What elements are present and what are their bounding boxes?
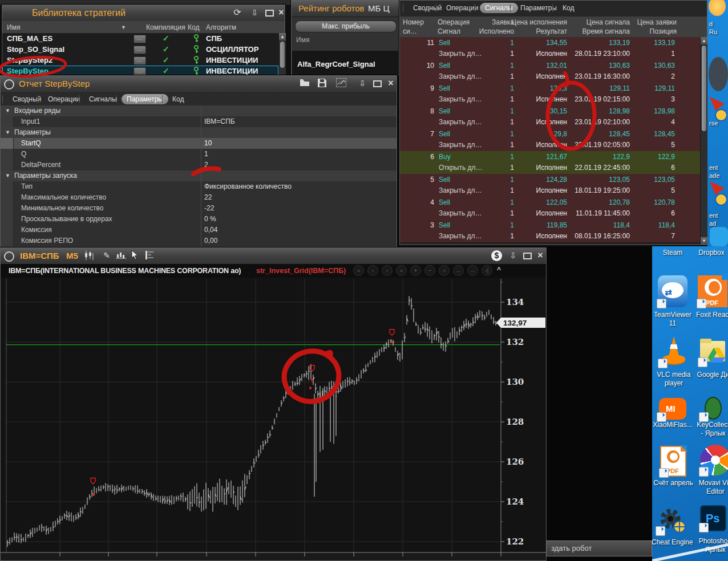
signal-row[interactable]: 6Buy1121,67122,9122,9Открыть дл…1Исполне…: [400, 151, 700, 174]
minimize-icon[interactable]: [264, 7, 275, 19]
header-1[interactable]: Номер си…: [403, 18, 435, 36]
parameter-row[interactable]: ТипФиксированное количество: [1, 181, 397, 193]
parameter-value[interactable]: 2: [204, 161, 208, 169]
nav-button-6[interactable]: −: [424, 265, 435, 276]
scroll-up-button[interactable]: ▲: [701, 37, 707, 44]
desktop-icon-vlc[interactable]: [659, 335, 689, 367]
scroll-up-button[interactable]: ▲: [279, 33, 286, 40]
parameter-group-row[interactable]: ▼Входные ряды: [1, 105, 397, 117]
parameter-value[interactable]: 0,04: [204, 226, 217, 234]
header-3[interactable]: Заявка: [468, 18, 514, 27]
col-compile[interactable]: Компиляция: [146, 23, 185, 32]
col-algo[interactable]: Алгоритм: [206, 23, 236, 32]
scrollbar-thumb[interactable]: [280, 42, 285, 68]
chart-titlebar[interactable]: IBM=СПБ M5 ✎ $ ⇩ ×: [1, 248, 546, 265]
desktop-icon-photoshop[interactable]: Ps: [700, 505, 726, 531]
signal-row[interactable]: 8Sell1130,15128,98128,98Закрыть дл…1Испо…: [400, 105, 700, 129]
parameter-row[interactable]: Комиссия0,04: [1, 225, 397, 236]
desktop-icon-xiaomi[interactable]: MI: [658, 397, 687, 421]
close-icon[interactable]: ×: [535, 250, 546, 261]
nav-button-9[interactable]: ↔: [467, 265, 478, 276]
report-tab-4[interactable]: Параметры: [122, 94, 168, 104]
report-titlebar[interactable]: Отчет StepByStep ₀₊₀ ⇩ ×: [1, 76, 397, 92]
code-key-icon[interactable]: [192, 34, 200, 43]
robot-rating-titlebar[interactable]: Рейтинг роботов МБ Ц: [292, 1, 399, 17]
nav-button-10[interactable]: ›|: [482, 265, 492, 276]
signal-row[interactable]: 9Sell1130,3129,11129,11Закрыть дл…1Испол…: [400, 83, 700, 106]
desktop-icon-pdf-invoice[interactable]: PDF: [660, 446, 686, 477]
report-tab-1[interactable]: Сводный: [7, 94, 46, 104]
signals-scrollbar[interactable]: ▲ ▼: [700, 37, 707, 245]
signal-row[interactable]: 5Sell1124,28123,05123,05Закрыть дл…1Испо…: [400, 174, 700, 197]
nav-button-1[interactable]: «: [353, 265, 364, 276]
close-icon[interactable]: ×: [276, 7, 287, 18]
nav-button-7[interactable]: ○: [439, 265, 450, 276]
parameter-value[interactable]: 10: [204, 139, 212, 147]
desktop-icon-foxit[interactable]: PDF: [698, 275, 727, 307]
parameter-value[interactable]: IBM=СПБ: [204, 117, 235, 125]
pattern-tool-icon[interactable]: [116, 251, 127, 260]
desktop-icon-teamviewer[interactable]: ⇄: [658, 275, 687, 307]
desktop-icon-cheatengine[interactable]: [657, 504, 687, 535]
col-code[interactable]: Код: [188, 23, 199, 32]
signal-row[interactable]: 11Sell1134,55133,19133,19Закрыть дл…1Исп…: [400, 37, 700, 60]
row-options-button[interactable]: ...: [134, 67, 146, 76]
create-robot-button[interactable]: здать робот: [546, 540, 652, 556]
nav-button-8[interactable]: ↔: [453, 265, 464, 276]
money-mode-icon[interactable]: $: [491, 250, 502, 261]
signals-tab-3[interactable]: Сигналы: [480, 3, 518, 13]
parameter-row[interactable]: Максимальное количество22: [1, 192, 397, 204]
nav-button-2[interactable]: ‹: [367, 265, 378, 276]
header-5[interactable]: Цена сигнала: [567, 18, 630, 27]
parameter-row[interactable]: DeltaPercent2: [1, 160, 397, 171]
save-icon[interactable]: [318, 79, 329, 87]
header-6[interactable]: Цена заявки: [625, 18, 677, 27]
parameter-value[interactable]: 1: [204, 150, 208, 158]
parameter-row[interactable]: Проскальзывание в ордерах0 %: [1, 214, 397, 225]
download-icon[interactable]: ⇩: [507, 250, 519, 261]
parameter-value[interactable]: Фиксированное количество: [204, 182, 292, 190]
close-icon[interactable]: ×: [385, 78, 397, 88]
parameter-value[interactable]: -22: [204, 204, 214, 212]
collapse-arrow-icon[interactable]: ▼: [5, 108, 10, 113]
code-key-icon[interactable]: [192, 44, 200, 54]
parameter-row[interactable]: Минимальное количество-22: [1, 203, 397, 214]
parameter-group-row[interactable]: ▼Параметры запуска: [1, 170, 397, 182]
col-name[interactable]: Имя: [7, 23, 20, 32]
parameter-value[interactable]: 0,00: [204, 237, 217, 245]
minimize-icon[interactable]: [371, 78, 383, 90]
report-tab-5[interactable]: Код: [167, 94, 189, 104]
scroll-down-button[interactable]: ▼: [701, 237, 707, 245]
levels-tool-icon[interactable]: [145, 251, 157, 259]
collapse-arrow-icon[interactable]: ▼: [5, 173, 10, 178]
pencil-tool-icon[interactable]: ✎: [101, 250, 112, 261]
signal-row[interactable]: 3Sell1119,85118,4118,4Закрыть дл…1Исполн…: [400, 219, 700, 243]
collapse-arrow-icon[interactable]: ▼: [5, 129, 10, 135]
open-folder-icon[interactable]: [300, 79, 311, 87]
nav-button-5[interactable]: +: [410, 265, 421, 276]
desktop-icon-movavi[interactable]: [700, 445, 728, 475]
header-4[interactable]: Цена исполнения: [510, 18, 567, 27]
signal-row[interactable]: 10Sell1132,01130,63130,63Закрыть дл…1Исп…: [400, 60, 700, 83]
code-key-icon[interactable]: [192, 55, 200, 64]
maximize-icon[interactable]: [521, 250, 533, 262]
chart-canvas[interactable]: 134132130128126124122132,97: [1, 278, 546, 560]
sort-arrow-icon[interactable]: ▼: [121, 23, 126, 32]
desktop-icon-keycollect[interactable]: [700, 396, 726, 421]
nav-button-4[interactable]: »: [396, 265, 407, 276]
parameter-group-row[interactable]: ▼Параметры: [1, 127, 397, 139]
scrollbar-thumb[interactable]: [702, 46, 706, 131]
parameter-row[interactable]: Input1IBM=СПБ: [1, 116, 397, 128]
row-options-button[interactable]: ...: [134, 35, 146, 43]
row-options-button[interactable]: ...: [134, 46, 146, 54]
equity-chart-icon[interactable]: ₀₊₀: [336, 78, 347, 87]
strategy-library-titlebar[interactable]: Библиотека стратегий ⟳ ⇩ ×: [2, 5, 285, 22]
nav-button-3[interactable]: ›: [382, 265, 393, 276]
collapse-chevron-icon[interactable]: ^: [497, 266, 501, 274]
cursor-tool-icon[interactable]: [131, 250, 142, 260]
library-scrollbar[interactable]: ▲: [278, 33, 286, 75]
library-row[interactable]: StepByStep2...✓ИНВЕСТИЦИИ: [2, 55, 278, 66]
desktop-icon-gdrive[interactable]: [699, 335, 727, 366]
signal-row[interactable]: 4Sell1122,05120,78120,78Закрыть дл…1Испо…: [400, 197, 700, 220]
download-icon[interactable]: ⇩: [249, 7, 260, 18]
